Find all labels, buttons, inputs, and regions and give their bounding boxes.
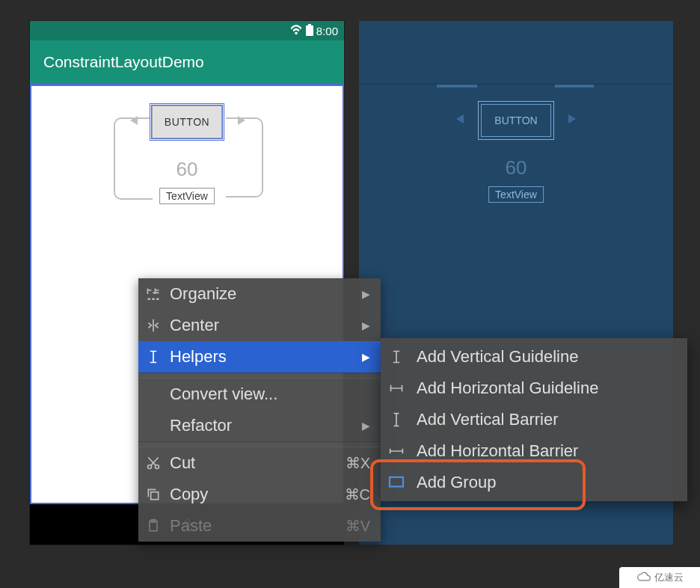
app-title: ConstraintLayoutDemo [43,53,204,71]
menu-cut[interactable]: Cut ⌘X [138,447,381,479]
menu-separator [138,373,381,379]
status-bar: 8:00 [30,21,344,40]
menu-label: Convert view... [170,385,370,404]
constraint-arrow-right [238,116,245,125]
vertical-guideline-icon [387,349,406,365]
helpers-icon [144,349,162,364]
submenu-arrow-icon: ▶ [362,288,370,300]
menu-label: Helpers [170,347,354,367]
menu-separator [138,441,381,447]
bp-constraint-arrow-right [568,114,576,123]
menu-helpers[interactable]: Helpers ▶ [138,341,381,373]
submenu-label: Add Vertical Barrier [417,410,559,429]
helpers-submenu: Add Vertical Guideline Add Horizontal Gu… [381,338,687,501]
submenu-label: Add Horizontal Barrier [417,441,578,461]
textview-widget[interactable]: TextView [159,188,215,204]
button-widget[interactable]: BUTTON [152,105,222,138]
submenu-arrow-icon: ▶ [362,420,370,432]
constraint-arrow-left [130,116,138,125]
menu-convert-view[interactable]: Convert view... [138,379,381,410]
cut-icon [144,456,162,471]
menu-organize[interactable]: Organize ▶ [138,278,381,310]
shortcut: ⌘V [346,517,370,535]
horizontal-barrier-icon [387,444,406,459]
copy-icon [144,487,162,502]
constraint-loop-right [226,117,263,197]
watermark: 亿速云 [619,567,700,588]
svg-rect-5 [390,477,403,487]
submenu-add-horizontal-barrier[interactable]: Add Horizontal Barrier [381,435,687,467]
submenu-add-horizontal-guideline[interactable]: Add Horizontal Guideline [381,373,687,404]
constraint-loop-left [114,117,153,200]
menu-center[interactable]: Center ▶ [138,310,381,341]
bp-margin-label: 60 [506,156,527,180]
horizontal-guideline-icon [387,381,406,396]
shortcut: ⌘X [346,454,370,472]
submenu-add-group[interactable]: Add Group [381,467,687,498]
organize-icon [144,287,162,301]
watermark-text: 亿速云 [654,571,684,584]
vertical-barrier-icon [387,411,406,428]
menu-paste: Paste ⌘V [138,510,381,542]
menu-label: Center [170,316,354,335]
svg-rect-2 [151,492,159,500]
menu-label: Refactor [170,416,354,435]
bp-constraint-arrow-left [456,114,464,123]
group-icon [387,476,406,489]
menu-label: Paste [170,516,338,536]
bp-constraint-loop-left [437,85,477,88]
submenu-arrow-icon: ▶ [362,351,370,363]
menu-refactor[interactable]: Refactor ▶ [138,410,381,441]
bp-button-widget[interactable]: BUTTON [481,104,551,137]
submenu-label: Add Horizontal Guideline [417,379,598,398]
bp-textview-widget[interactable]: TextView [488,186,544,203]
menu-label: Cut [170,453,338,473]
submenu-add-vertical-barrier[interactable]: Add Vertical Barrier [381,404,687,435]
submenu-label: Add Vertical Guideline [417,347,578,367]
paste-icon [144,518,162,533]
wifi-icon [289,25,303,37]
margin-label: 60 [176,158,198,181]
context-menu: Organize ▶ Center ▶ Helpers ▶ Convert vi… [138,278,381,542]
menu-copy[interactable]: Copy ⌘C [138,479,381,510]
bp-constraint-loop-right [555,85,594,88]
submenu-arrow-icon: ▶ [362,319,370,331]
app-bar: ConstraintLayoutDemo [30,40,344,84]
menu-label: Organize [170,284,354,304]
cloud-icon [636,572,651,584]
center-icon [144,318,162,333]
menu-label: Copy [170,485,337,504]
shortcut: ⌘C [345,486,370,503]
status-time: 8:00 [316,25,338,37]
battery-icon [306,24,313,38]
submenu-label: Add Group [417,473,496,492]
submenu-add-vertical-guideline[interactable]: Add Vertical Guideline [381,341,687,373]
